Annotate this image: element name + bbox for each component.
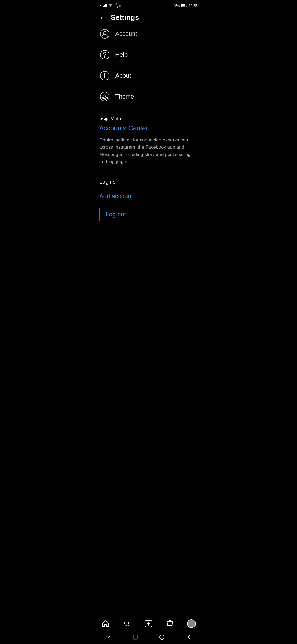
svg-rect-1 [104,5,105,7]
svg-rect-0 [103,6,104,7]
svg-point-16 [106,97,108,99]
menu-item-help[interactable]: Help [95,44,202,65]
vpn-icon: ○ [119,3,121,8]
svg-point-15 [102,97,103,99]
menu-item-about[interactable]: About [95,65,202,86]
data-speed: 0K/s [114,2,118,9]
signal-bars-icon [103,4,107,8]
settings-header: ← Settings [95,10,202,26]
accounts-center-description: Control settings for connected experienc… [99,137,198,165]
svg-point-17 [104,98,105,100]
theme-label: Theme [115,93,134,100]
battery-icon [182,4,188,8]
meta-logo-row: Meta [99,116,198,122]
wifi-icon [108,4,113,8]
battery-percent: 45% [173,4,180,8]
meta-section: Meta Accounts Center Control settings fo… [95,107,202,170]
status-right: 45% 12:55 [173,4,198,8]
svg-point-11 [104,73,105,74]
status-bar: ✕ 0K/s ○ 45% [95,0,202,10]
about-icon [99,70,110,81]
svg-rect-5 [182,4,185,6]
svg-point-14 [104,95,106,97]
svg-point-8 [100,50,109,59]
status-left: ✕ 0K/s ○ [99,2,122,9]
svg-rect-3 [106,4,107,7]
menu-item-theme[interactable]: Theme [95,86,202,107]
theme-icon [99,91,110,102]
logins-label: Logins [99,179,198,185]
page-title: Settings [111,13,139,22]
account-label: Account [115,30,137,37]
meta-logo-text: Meta [110,116,121,122]
about-label: About [115,72,131,79]
help-label: Help [115,51,128,58]
accounts-center-link[interactable]: Accounts Center [99,124,198,132]
logins-section: Logins Add account Log out [95,170,202,221]
signal-x-icon: ✕ [99,4,102,7]
menu-item-account[interactable]: Account [95,26,202,44]
back-button[interactable]: ← [99,14,106,21]
svg-point-9 [105,57,105,58]
logout-button[interactable]: Log out [99,208,132,221]
clock: 12:55 [189,4,198,8]
settings-menu: Account Help About [95,26,202,107]
svg-rect-2 [105,4,106,7]
account-icon [99,28,110,39]
meta-logo-icon [99,116,108,121]
add-account-button[interactable]: Add account [99,190,198,202]
help-icon [99,49,110,60]
svg-point-7 [103,31,106,34]
